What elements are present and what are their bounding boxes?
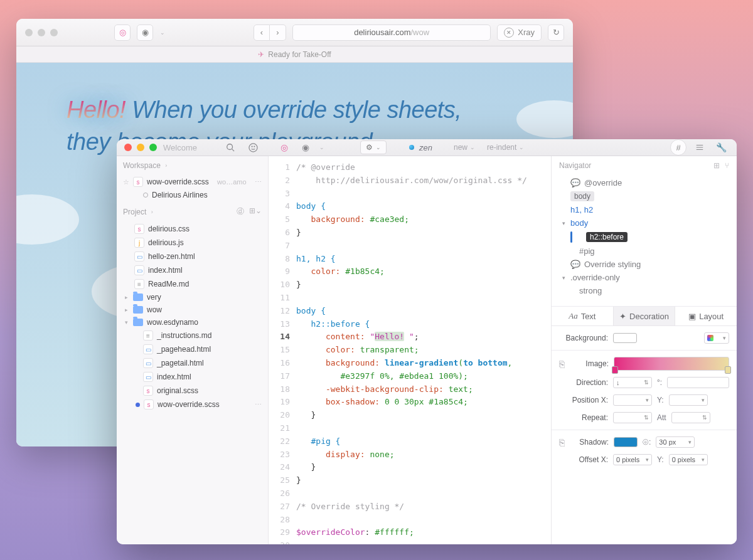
nav-body-1[interactable]: body — [558, 189, 730, 203]
posx-select[interactable]: ▾ — [613, 394, 652, 406]
forward-button[interactable]: › — [270, 24, 286, 41]
nav-h1h2[interactable]: h1, h2 — [558, 203, 730, 216]
sidebar-folder-very[interactable]: ▸very — [117, 291, 268, 304]
sidebar-folder-wow[interactable]: ▸wow — [117, 304, 268, 316]
att-select[interactable]: ⇅ — [671, 412, 710, 423]
window-title: Welcome — [163, 143, 216, 152]
editor-close-light[interactable] — [124, 144, 132, 151]
folder-icon — [133, 293, 143, 301]
gradient-stop-left[interactable] — [612, 366, 618, 374]
detail-icon[interactable]: ⎘ — [559, 359, 565, 369]
degree-input[interactable] — [667, 377, 729, 388]
target-icon[interactable]: ◉ — [297, 140, 314, 154]
compass-icon[interactable]: ◎ — [114, 24, 131, 41]
search-icon[interactable] — [222, 140, 238, 154]
project-icon-b[interactable]: ⊞⌄ — [249, 206, 262, 217]
url-host: deliriousair.com — [354, 28, 410, 37]
scss-file-icon: s — [144, 399, 154, 409]
nav-strong[interactable]: strong — [558, 284, 730, 297]
reload-button[interactable]: ↻ — [548, 24, 564, 41]
nav-body-2[interactable]: ▾body — [558, 216, 730, 230]
tab-layout[interactable]: ▣Layout — [675, 307, 737, 325]
html-file-icon: ▭ — [143, 372, 153, 382]
detail-icon[interactable]: ⎘ — [559, 437, 565, 448]
sidebar-folder-dynamo[interactable]: ▾wow.esdynamo — [117, 316, 268, 329]
cloud-decoration — [16, 194, 79, 245]
project-icon-a[interactable]: ⓓ — [237, 206, 244, 217]
chevron-down-icon[interactable]: ⌄ — [319, 144, 325, 151]
sidebar-item[interactable]: jdelirious.js — [117, 236, 268, 250]
chevron-right-icon: › — [163, 162, 169, 169]
direction-select[interactable]: ↓⇅ — [613, 377, 652, 388]
reindent-dropdown[interactable]: re-indent⌄ — [487, 143, 525, 152]
sidebar-item[interactable]: sdelirious.css — [117, 222, 268, 236]
inspector-body: Background: ▾ ⎘ Image: — [552, 326, 737, 478]
add-nav-icon[interactable]: ⊞ — [713, 161, 720, 170]
modified-dot-icon — [136, 403, 140, 407]
editor-traffic-lights[interactable] — [124, 144, 157, 151]
sidebar-item[interactable]: ▭index.html — [117, 263, 268, 277]
hash-button[interactable]: # — [670, 139, 686, 156]
x-icon: ✕ — [504, 28, 514, 38]
blur-input[interactable]: 30 px▾ — [656, 436, 695, 448]
background-swatch[interactable] — [613, 333, 637, 343]
xray-button[interactable]: ✕ Xray — [497, 24, 542, 41]
bg-options[interactable]: ▾ — [704, 332, 729, 344]
editor-zoom-light[interactable] — [149, 144, 157, 151]
workspace-file[interactable]: ☆ s wow-override.scss wo…amo ⋯ — [117, 175, 268, 189]
new-dropdown[interactable]: new⌄ — [454, 143, 476, 152]
repeat-select[interactable]: ⇅ — [613, 412, 652, 423]
target-icon[interactable]: ◉ — [137, 24, 153, 41]
tab-text[interactable]: AaText — [552, 307, 614, 325]
gradient-stop-right[interactable] — [725, 366, 731, 374]
compass-icon[interactable]: ◎ — [276, 140, 292, 154]
browser-zoom-light[interactable] — [50, 29, 58, 36]
nav-override-only[interactable]: ▾.override-only — [558, 271, 730, 284]
more-icon[interactable]: ⋯ — [255, 178, 262, 186]
code-content[interactable]: /* @override http://deliriousair.com/wow… — [296, 156, 527, 544]
chevron-right-icon: ▸ — [123, 294, 129, 300]
sidebar-item[interactable]: ≡ReadMe.md — [117, 277, 268, 291]
more-icon[interactable]: ⋯ — [255, 401, 262, 409]
nav-override-comment[interactable]: 💬@override — [558, 176, 730, 189]
decoration-icon: ✦ — [619, 312, 626, 321]
code-editor[interactable]: 1234567891011121314151617181920212223242… — [269, 156, 551, 544]
html-file-icon: ▭ — [134, 251, 144, 262]
gradient-bar[interactable] — [614, 357, 729, 371]
svg-point-2 — [248, 143, 257, 151]
sidebar-item[interactable]: ▭hello-zen.html — [117, 250, 268, 263]
smile-icon[interactable] — [245, 140, 261, 154]
shadow-swatch[interactable] — [614, 437, 638, 447]
sidebar-item[interactable]: ▭_pagehead.html — [117, 342, 268, 356]
offsetx-input[interactable]: 0 pixels▾ — [613, 454, 652, 465]
back-button[interactable]: ‹ — [254, 24, 270, 41]
sidebar-item[interactable]: soriginal.scss — [117, 384, 268, 398]
sidebar-item[interactable]: ≡_instructions.md — [117, 329, 268, 342]
workspace-site[interactable]: Delirious Airlines — [117, 189, 268, 201]
address-bar[interactable]: deliriousair.com/wow — [292, 24, 491, 41]
sidebar-item[interactable]: ▭index.html — [117, 370, 268, 384]
nav-h2before[interactable]: h2::before — [558, 230, 730, 245]
gear-dropdown[interactable]: ⚙ ⌄ — [360, 140, 387, 154]
settings-lines-icon[interactable] — [692, 140, 708, 154]
browser-traffic-lights[interactable] — [25, 29, 58, 36]
cloud-decoration — [516, 100, 573, 138]
nav-pig[interactable]: #pig — [558, 245, 730, 258]
nav-override-styling[interactable]: 💬Override styling — [558, 258, 730, 271]
url-path: /wow — [410, 28, 429, 37]
project-header[interactable]: Project › ⓓ ⊞⌄ — [117, 201, 268, 222]
chevron-down-icon: ▾ — [560, 220, 567, 226]
chevron-down-icon[interactable]: ⌄ — [159, 29, 166, 36]
tab-decoration[interactable]: ✦Decoration — [614, 307, 676, 325]
posy-select[interactable]: ▾ — [669, 394, 708, 406]
wrench-icon[interactable]: 🔧 — [713, 140, 729, 154]
browser-close-light[interactable] — [25, 29, 33, 36]
offsety-input[interactable]: 0 pixels▾ — [669, 454, 708, 465]
sidebar-item-active[interactable]: s wow-override.scss ⋯ — [117, 398, 268, 411]
sidebar-item[interactable]: ▭_pagetail.html — [117, 356, 268, 370]
editor-minimize-light[interactable] — [137, 144, 144, 151]
browser-minimize-light[interactable] — [38, 29, 45, 36]
filter-nav-icon[interactable]: ⑂ — [725, 161, 729, 170]
workspace-header[interactable]: Workspace › — [117, 156, 268, 175]
svg-line-1 — [232, 149, 235, 152]
